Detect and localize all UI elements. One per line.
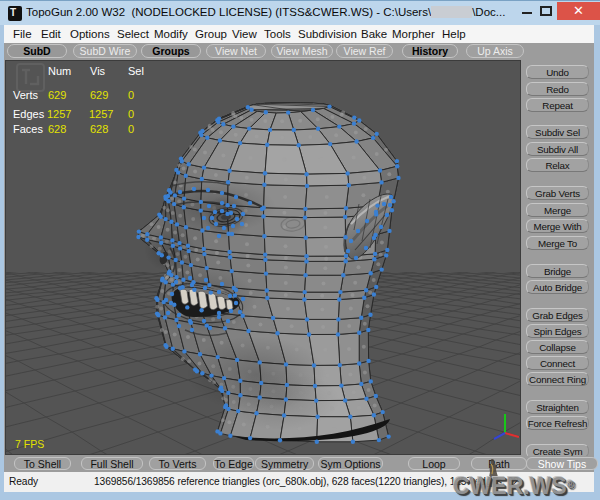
svg-text:629: 629 bbox=[90, 89, 108, 101]
svg-text:0: 0 bbox=[128, 123, 134, 135]
svg-text:Edges: Edges bbox=[13, 108, 45, 120]
svg-text:0: 0 bbox=[128, 108, 134, 120]
svg-text:Faces: Faces bbox=[13, 123, 43, 135]
svg-text:1257: 1257 bbox=[47, 108, 71, 120]
svg-text:628: 628 bbox=[90, 123, 108, 135]
svg-text:7 FPS: 7 FPS bbox=[15, 438, 44, 450]
svg-text:629: 629 bbox=[48, 89, 66, 101]
svg-text:1257: 1257 bbox=[89, 108, 113, 120]
svg-text:Verts: Verts bbox=[13, 89, 39, 101]
svg-text:Num: Num bbox=[48, 65, 71, 77]
svg-text:628: 628 bbox=[48, 123, 66, 135]
svg-text:Vis: Vis bbox=[90, 65, 106, 77]
svg-text:0: 0 bbox=[128, 89, 134, 101]
svg-text:Sel: Sel bbox=[128, 65, 144, 77]
